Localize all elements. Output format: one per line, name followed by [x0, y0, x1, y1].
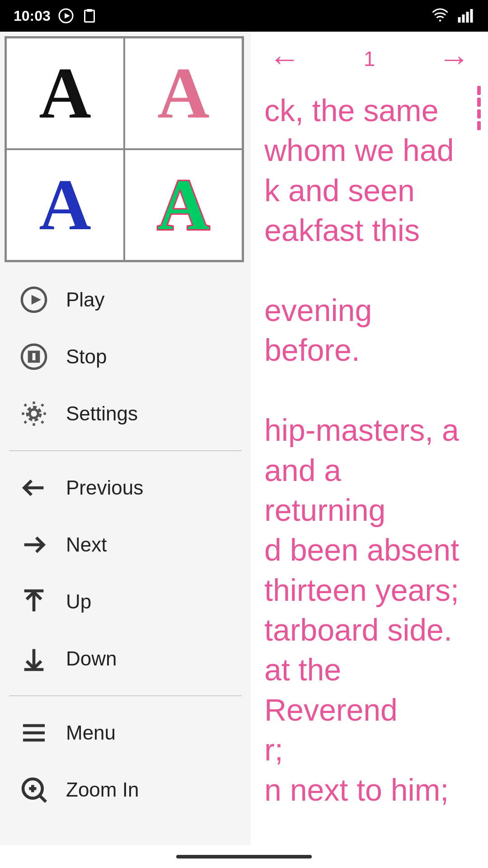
stop-icon: [18, 341, 50, 373]
menu-icon: [18, 717, 50, 749]
text-line-7: and a returning: [264, 453, 385, 527]
forward-arrow-button[interactable]: →: [438, 41, 470, 77]
status-bar-right: [431, 8, 474, 24]
text-line-8: d been absent: [264, 533, 459, 567]
progress-indicator: [474, 86, 483, 130]
up-label: Up: [66, 590, 91, 613]
font-style-pink[interactable]: A: [124, 38, 243, 149]
svg-rect-3: [87, 9, 92, 12]
main-layout: A A A A Play: [0, 32, 488, 868]
svg-point-11: [22, 344, 46, 368]
svg-rect-6: [462, 14, 465, 23]
font-letter-black: A: [39, 52, 91, 135]
stop-label: Stop: [66, 345, 107, 368]
svg-rect-5: [458, 17, 461, 23]
right-arrow-icon: [18, 529, 50, 561]
stop-button[interactable]: Stop: [0, 328, 251, 385]
down-label: Down: [66, 647, 117, 670]
play-button[interactable]: Play: [0, 271, 251, 328]
text-line-13: n next to him;: [264, 773, 449, 807]
progress-segment-1: [477, 86, 481, 95]
book-text: ck, the same whom we had k and seen eakf…: [251, 86, 488, 828]
page-number: 1: [364, 47, 375, 71]
divider-1: [9, 450, 242, 451]
font-letter-pink: A: [157, 52, 210, 135]
menu-label: Menu: [66, 722, 116, 744]
playback-section: Play Stop: [0, 267, 251, 447]
svg-point-4: [439, 19, 441, 22]
font-letter-outline: A: [157, 163, 210, 247]
text-line-2: whom we had: [264, 133, 454, 167]
next-button[interactable]: Next: [0, 516, 251, 573]
up-icon: [18, 586, 50, 618]
svg-rect-2: [84, 10, 94, 22]
down-icon: [18, 643, 50, 675]
progress-segment-3: [477, 109, 481, 118]
left-arrow-icon: [18, 472, 50, 504]
up-button[interactable]: Up: [0, 573, 251, 630]
divider-2: [9, 695, 242, 696]
clipboard-icon: [81, 8, 98, 24]
text-line-4: eakfast this: [264, 213, 420, 247]
time-display: 10:03: [14, 8, 51, 24]
settings-button[interactable]: Settings: [0, 385, 251, 442]
next-label: Next: [66, 533, 107, 556]
gear-icon: [18, 398, 50, 429]
content-nav: ← 1 →: [251, 32, 488, 86]
status-bar: 10:03: [0, 0, 488, 32]
svg-rect-8: [470, 9, 473, 23]
previous-label: Previous: [66, 476, 143, 499]
text-line-12: r;: [264, 732, 283, 767]
zoom-in-button[interactable]: Zoom In: [0, 761, 251, 818]
zoom-in-icon: [18, 774, 50, 806]
content-area: ← 1 → ck, the same whom we had k and see…: [251, 32, 488, 868]
navigation-section: Previous Next: [0, 455, 251, 692]
font-letter-blue: A: [39, 163, 91, 247]
home-indicator: [176, 855, 312, 859]
play-icon: [18, 284, 50, 316]
home-bar: [0, 845, 488, 868]
wifi-icon: [431, 8, 449, 24]
signal-icon: [456, 8, 474, 24]
svg-marker-10: [32, 295, 41, 304]
menu-button[interactable]: Menu: [0, 704, 251, 761]
font-grid: A A A A: [5, 36, 244, 262]
settings-label: Settings: [66, 402, 138, 425]
play-status-icon: [58, 8, 74, 24]
progress-segment-2: [477, 98, 481, 107]
font-style-outline[interactable]: A: [124, 149, 243, 261]
svg-line-29: [40, 796, 46, 802]
svg-point-15: [30, 410, 38, 418]
extras-section: Menu Zoom In: [0, 700, 251, 823]
text-line-6: hip-masters, a: [264, 413, 459, 447]
text-line-9: thirteen years;: [264, 573, 459, 607]
font-style-blue[interactable]: A: [6, 149, 124, 261]
text-line-10: tarboard side.: [264, 613, 452, 647]
text-line-1: ck, the same: [264, 93, 439, 127]
sidebar: A A A A Play: [0, 32, 251, 868]
play-label: Play: [66, 288, 105, 311]
previous-button[interactable]: Previous: [0, 459, 251, 516]
text-line-3: k and seen: [264, 173, 415, 208]
back-arrow-button[interactable]: ←: [269, 41, 300, 77]
down-button[interactable]: Down: [0, 630, 251, 687]
zoom-in-label: Zoom In: [66, 778, 139, 801]
svg-rect-7: [466, 12, 469, 23]
text-line-5: evening before.: [264, 293, 372, 367]
font-style-black[interactable]: A: [6, 38, 124, 149]
text-line-11: at the Reverend: [264, 652, 398, 726]
status-bar-left: 10:03: [14, 8, 98, 24]
svg-marker-1: [65, 13, 70, 19]
